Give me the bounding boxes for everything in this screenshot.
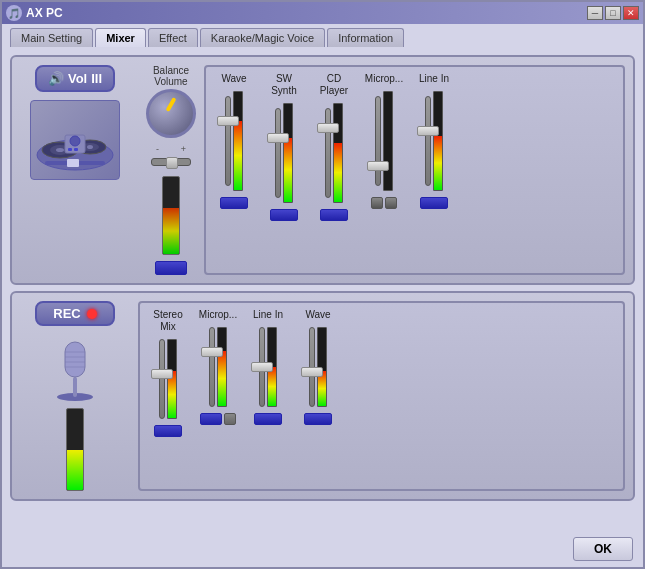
tab-effect[interactable]: Effect xyxy=(148,28,198,47)
mic-btn-group xyxy=(371,197,397,209)
vol-button[interactable]: 🔊 Vol III xyxy=(35,65,115,92)
channel-wave-label: Wave xyxy=(221,73,246,85)
channel-mic-label: Microp... xyxy=(365,73,403,85)
rec-line-in-fader-thumb[interactable] xyxy=(251,362,273,372)
tab-information[interactable]: Information xyxy=(327,28,404,47)
mic-fader-thumb[interactable] xyxy=(367,161,389,171)
rec-wave-label: Wave xyxy=(305,309,330,321)
rec-mic-meter xyxy=(217,327,227,407)
balance-slider[interactable] xyxy=(151,158,191,166)
rec-line-in-controls xyxy=(259,327,277,407)
rec-stereo-mix-controls xyxy=(159,339,177,419)
channel-wave: Wave xyxy=(214,73,254,209)
cd-fader-thumb[interactable] xyxy=(317,123,339,133)
wave-fader-track xyxy=(225,96,231,186)
cd-meter-fill xyxy=(334,143,342,202)
channel-sw-synth-controls xyxy=(275,103,293,203)
app-icon: 🎵 xyxy=(6,5,22,21)
balance-slider-thumb[interactable] xyxy=(166,157,178,169)
line-in-mute-btn[interactable] xyxy=(420,197,448,209)
rec-mic-controls xyxy=(209,327,227,407)
tab-bar: Main Setting Mixer Effect Karaoke/Magic … xyxy=(2,24,643,47)
rec-panel: REC xyxy=(10,291,635,501)
minus-label: - xyxy=(156,144,159,154)
plus-label: + xyxy=(181,144,186,154)
line-in-fader-thumb[interactable] xyxy=(417,126,439,136)
rec-channel-wave: Wave xyxy=(298,309,338,425)
channel-line-in: Line In xyxy=(414,73,454,209)
svg-rect-10 xyxy=(74,148,78,151)
sw-synth-meter-fill xyxy=(284,138,292,202)
close-button[interactable]: ✕ xyxy=(623,6,639,20)
maximize-button[interactable]: □ xyxy=(605,6,621,20)
svg-rect-9 xyxy=(68,148,72,151)
rec-wave-controls xyxy=(309,327,327,407)
sw-synth-fader-track xyxy=(275,108,281,198)
bottom-bar: OK xyxy=(2,531,643,567)
minimize-button[interactable]: ─ xyxy=(587,6,603,20)
svg-point-6 xyxy=(87,145,93,149)
svg-point-3 xyxy=(56,148,64,152)
channel-sw-synth-label: SWSynth xyxy=(271,73,297,97)
sw-synth-mute-btn[interactable] xyxy=(270,209,298,221)
vol-slider-container: - + xyxy=(151,144,191,166)
main-level-meter xyxy=(162,176,180,255)
speaker-icon: 🔊 xyxy=(48,71,64,86)
rec-channel-line-in: Line In xyxy=(248,309,288,425)
channels-section: Wave xyxy=(204,65,625,275)
svg-point-8 xyxy=(70,136,80,146)
rec-wave-btn[interactable] xyxy=(304,413,332,425)
channels-row: Wave xyxy=(214,73,615,267)
mic-fader-track xyxy=(375,96,381,186)
channel-cd-controls xyxy=(325,103,343,203)
mic-mute-btn[interactable] xyxy=(371,197,383,209)
balance-section: BalanceVolume - + xyxy=(146,65,196,275)
rec-stereo-fader-thumb[interactable] xyxy=(151,369,173,379)
channel-mic-controls xyxy=(375,91,393,191)
rec-stereo-btn[interactable] xyxy=(154,425,182,437)
main-level-fill xyxy=(163,208,179,254)
rec-button[interactable]: REC xyxy=(35,301,115,326)
rec-stereo-fader-track xyxy=(159,339,165,419)
channel-wave-controls xyxy=(225,91,243,191)
svg-rect-14 xyxy=(73,377,77,397)
vol-label: Vol xyxy=(68,71,87,86)
main-window: 🎵 AX PC ─ □ ✕ Main Setting Mixer Effect … xyxy=(0,0,645,569)
mic-extra-btn[interactable] xyxy=(385,197,397,209)
mic-meter xyxy=(383,91,393,191)
svg-rect-15 xyxy=(65,342,85,377)
vol-suffix: III xyxy=(91,71,102,86)
balance-knob[interactable] xyxy=(146,89,196,138)
tab-main-setting[interactable]: Main Setting xyxy=(10,28,93,47)
ok-button[interactable]: OK xyxy=(573,537,633,561)
cd-mute-btn[interactable] xyxy=(320,209,348,221)
mic-svg xyxy=(50,332,100,402)
rec-label: REC xyxy=(53,306,80,321)
sw-synth-fader-thumb[interactable] xyxy=(267,133,289,143)
tab-karaoke[interactable]: Karaoke/Magic Voice xyxy=(200,28,325,47)
rec-wave-fader-thumb[interactable] xyxy=(301,367,323,377)
rec-mic-select-btn[interactable] xyxy=(200,413,222,425)
rec-line-in-fill xyxy=(268,367,276,406)
rec-line-in-btn[interactable] xyxy=(254,413,282,425)
wave-mute-btn[interactable] xyxy=(220,197,248,209)
rec-vol-fill xyxy=(67,450,83,491)
titlebar-left: 🎵 AX PC xyxy=(6,5,63,21)
mixer-svg xyxy=(35,105,115,175)
channel-sw-synth: SWSynth xyxy=(264,73,304,221)
rec-channel-stereo-mix: StereoMix xyxy=(148,309,188,437)
main-mute-button[interactable] xyxy=(155,261,187,275)
rec-mic-extra-btn[interactable] xyxy=(224,413,236,425)
tab-mixer[interactable]: Mixer xyxy=(95,28,146,47)
line-in-fader-track xyxy=(425,96,431,186)
rec-vol-meter xyxy=(66,408,84,491)
rec-mic-btn-group xyxy=(200,413,236,425)
rec-line-in-fader-track xyxy=(259,327,265,407)
titlebar: 🎵 AX PC ─ □ ✕ xyxy=(2,2,643,24)
rec-mic-fill xyxy=(218,351,226,406)
rec-mic-fader-thumb[interactable] xyxy=(201,347,223,357)
wave-fader-thumb[interactable] xyxy=(217,116,239,126)
wave-meter-fill xyxy=(234,121,242,190)
svg-rect-12 xyxy=(67,159,79,167)
rec-mic-fader-track xyxy=(209,327,215,407)
